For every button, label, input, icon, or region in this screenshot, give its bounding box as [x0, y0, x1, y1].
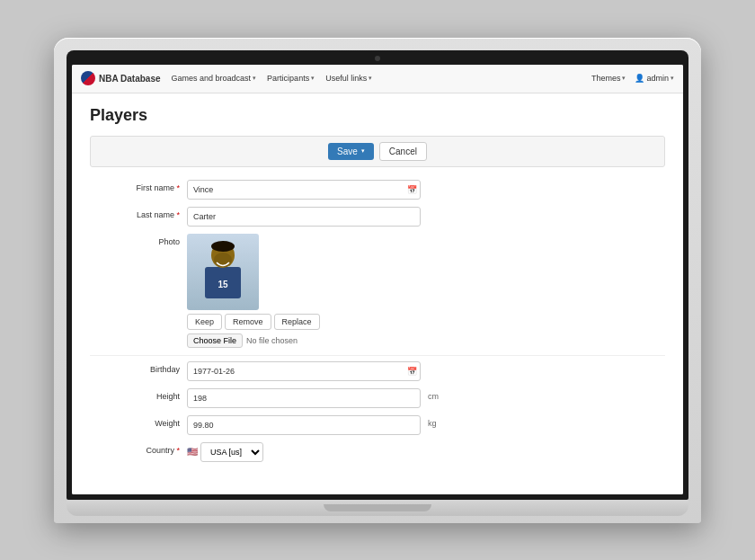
- player-photo: 15: [187, 234, 259, 310]
- laptop-shell: NBA Database Games and broadcast ▾ Parti…: [54, 38, 701, 523]
- us-flag-icon: 🇺🇸: [187, 447, 198, 457]
- birthday-row: Birthday 📅: [90, 361, 665, 381]
- screen-bezel: NBA Database Games and broadcast ▾ Parti…: [67, 50, 688, 500]
- svg-text:15: 15: [218, 280, 228, 289]
- country-row: Country * 🇺🇸 USA [us]: [90, 442, 665, 462]
- chevron-down-icon: ▾: [253, 75, 256, 82]
- nav-useful-links-label: Useful links: [325, 74, 367, 83]
- brand: NBA Database: [81, 71, 161, 85]
- nav-games[interactable]: Games and broadcast ▾: [172, 74, 257, 83]
- cancel-button[interactable]: Cancel: [379, 142, 427, 161]
- height-unit: cm: [428, 388, 439, 401]
- chevron-down-icon: ▾: [369, 75, 372, 82]
- nav-themes-label: Themes: [591, 74, 621, 83]
- chevron-down-icon: ▾: [311, 75, 315, 82]
- save-label: Save: [337, 147, 358, 156]
- remove-button[interactable]: Remove: [225, 314, 271, 330]
- nav-games-label: Games and broadcast: [172, 74, 252, 83]
- required-marker: *: [176, 446, 180, 455]
- birthday-label: Birthday: [90, 361, 180, 374]
- photo-label: Photo: [90, 234, 180, 246]
- replace-button[interactable]: Replace: [274, 314, 320, 330]
- page-title: Players: [90, 106, 665, 125]
- weight-label: Weight: [90, 415, 180, 428]
- required-marker: *: [176, 183, 180, 192]
- svg-point-2: [214, 253, 232, 267]
- photo-buttons: Keep Remove Replace: [187, 314, 320, 330]
- brand-name: NBA Database: [99, 74, 161, 84]
- keep-button[interactable]: Keep: [187, 314, 222, 330]
- player-form: First name * 📅 Last name *: [90, 180, 665, 462]
- nav-useful-links[interactable]: Useful links ▾: [325, 74, 372, 83]
- toolbar: Save ▾ Cancel: [90, 136, 665, 167]
- chevron-down-icon: ▾: [671, 75, 674, 82]
- choose-file-button[interactable]: Choose File: [187, 333, 243, 348]
- weight-row: Weight kg: [90, 415, 665, 435]
- chevron-down-icon: ▾: [622, 75, 626, 82]
- page-content: Players Save ▾ Cancel First name: [72, 93, 683, 494]
- required-marker: *: [176, 210, 180, 219]
- nav-participants[interactable]: Participants ▾: [267, 74, 315, 83]
- weight-input[interactable]: [187, 415, 421, 435]
- height-input[interactable]: [187, 388, 421, 408]
- nba-logo-icon: [81, 71, 95, 85]
- first-name-field-wrapper: 📅: [187, 180, 421, 200]
- first-name-label: First name *: [90, 180, 180, 192]
- birthday-input[interactable]: [187, 361, 421, 381]
- weight-unit: kg: [428, 415, 437, 428]
- calendar-icon: 📅: [407, 185, 417, 194]
- laptop-screen: NBA Database Games and broadcast ▾ Parti…: [72, 65, 683, 494]
- first-name-row: First name * 📅: [90, 180, 665, 200]
- last-name-row: Last name *: [90, 207, 665, 227]
- laptop-camera: [375, 56, 380, 61]
- navbar-right: Themes ▾ 👤 admin ▾: [591, 74, 674, 83]
- navbar: NBA Database Games and broadcast ▾ Parti…: [72, 65, 683, 93]
- calendar-icon: 📅: [407, 367, 417, 376]
- height-row: Height cm: [90, 388, 665, 408]
- save-button[interactable]: Save ▾: [328, 143, 374, 160]
- chevron-down-icon: ▾: [361, 147, 365, 155]
- last-name-input[interactable]: [187, 207, 421, 227]
- photo-area: 15 Keep Remove Replace: [187, 234, 320, 348]
- player-figure-svg: 15: [191, 236, 254, 307]
- first-name-input[interactable]: [187, 180, 421, 200]
- svg-point-4: [211, 241, 235, 252]
- country-label: Country *: [90, 442, 180, 455]
- photo-row: Photo: [90, 234, 665, 348]
- last-name-label: Last name *: [90, 207, 180, 219]
- country-field-wrapper: 🇺🇸 USA [us]: [187, 442, 263, 462]
- country-select[interactable]: USA [us]: [200, 442, 263, 462]
- user-icon: 👤: [635, 74, 644, 83]
- divider: [90, 355, 665, 356]
- nav-participants-label: Participants: [267, 74, 309, 83]
- file-choose-area: Choose File No file chosen: [187, 333, 298, 348]
- laptop-notch: [324, 504, 431, 511]
- height-label: Height: [90, 388, 180, 401]
- laptop-bottom: [67, 500, 688, 516]
- nav-admin-label: admin: [646, 74, 669, 83]
- no-file-text: No file chosen: [246, 336, 298, 345]
- nav-admin[interactable]: 👤 admin ▾: [635, 74, 674, 83]
- nav-themes[interactable]: Themes ▾: [591, 74, 626, 83]
- birthday-field-wrapper: 📅: [187, 361, 421, 381]
